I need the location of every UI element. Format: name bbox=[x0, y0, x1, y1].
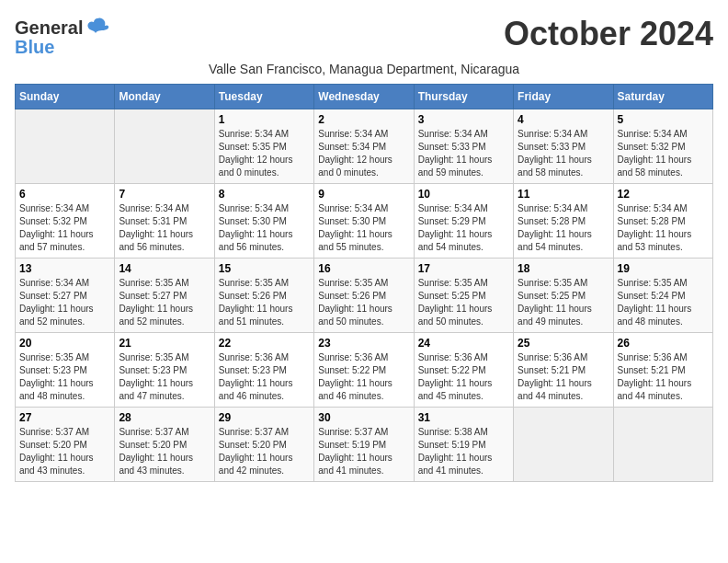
day-number: 26 bbox=[618, 337, 709, 350]
calendar-cell: 20Sunrise: 5:35 AM Sunset: 5:23 PM Dayli… bbox=[16, 333, 115, 408]
day-number: 30 bbox=[318, 411, 409, 424]
day-info: Sunrise: 5:34 AM Sunset: 5:33 PM Dayligh… bbox=[518, 128, 609, 179]
day-info: Sunrise: 5:36 AM Sunset: 5:22 PM Dayligh… bbox=[318, 351, 409, 403]
logo: General Blue bbox=[15, 15, 110, 58]
calendar-cell: 17Sunrise: 5:35 AM Sunset: 5:25 PM Dayli… bbox=[414, 259, 513, 333]
weekday-monday: Monday bbox=[115, 85, 214, 109]
day-number: 23 bbox=[318, 337, 409, 350]
calendar-cell: 12Sunrise: 5:34 AM Sunset: 5:28 PM Dayli… bbox=[613, 184, 712, 259]
day-info: Sunrise: 5:35 AM Sunset: 5:27 PM Dayligh… bbox=[119, 277, 210, 328]
day-info: Sunrise: 5:35 AM Sunset: 5:25 PM Dayligh… bbox=[518, 277, 609, 328]
day-info: Sunrise: 5:35 AM Sunset: 5:23 PM Dayligh… bbox=[119, 351, 210, 403]
day-info: Sunrise: 5:34 AM Sunset: 5:27 PM Dayligh… bbox=[19, 277, 110, 328]
day-number: 31 bbox=[418, 411, 509, 424]
weekday-sunday: Sunday bbox=[16, 85, 115, 109]
day-info: Sunrise: 5:35 AM Sunset: 5:26 PM Dayligh… bbox=[318, 277, 409, 328]
calendar-cell: 10Sunrise: 5:34 AM Sunset: 5:29 PM Dayli… bbox=[414, 184, 513, 259]
day-info: Sunrise: 5:35 AM Sunset: 5:25 PM Dayligh… bbox=[418, 277, 509, 328]
calendar-cell: 16Sunrise: 5:35 AM Sunset: 5:26 PM Dayli… bbox=[314, 259, 414, 333]
calendar-cell: 1Sunrise: 5:34 AM Sunset: 5:35 PM Daylig… bbox=[214, 109, 313, 184]
day-info: Sunrise: 5:36 AM Sunset: 5:21 PM Dayligh… bbox=[618, 351, 709, 403]
day-number: 21 bbox=[119, 337, 210, 350]
day-info: Sunrise: 5:34 AM Sunset: 5:32 PM Dayligh… bbox=[19, 202, 110, 254]
day-number: 22 bbox=[219, 337, 310, 350]
day-number: 14 bbox=[119, 262, 210, 275]
calendar-week-4: 20Sunrise: 5:35 AM Sunset: 5:23 PM Dayli… bbox=[16, 333, 713, 408]
month-title: October 2024 bbox=[504, 15, 713, 53]
day-info: Sunrise: 5:37 AM Sunset: 5:20 PM Dayligh… bbox=[19, 426, 110, 477]
calendar-subtitle: Valle San Francisco, Managua Department,… bbox=[15, 62, 713, 76]
day-number: 6 bbox=[19, 188, 110, 201]
calendar-cell: 26Sunrise: 5:36 AM Sunset: 5:21 PM Dayli… bbox=[613, 333, 712, 408]
weekday-thursday: Thursday bbox=[414, 85, 513, 109]
calendar-week-1: 1Sunrise: 5:34 AM Sunset: 5:35 PM Daylig… bbox=[16, 109, 713, 184]
calendar-cell: 19Sunrise: 5:35 AM Sunset: 5:24 PM Dayli… bbox=[613, 259, 712, 333]
calendar-cell: 13Sunrise: 5:34 AM Sunset: 5:27 PM Dayli… bbox=[16, 259, 115, 333]
calendar-week-5: 27Sunrise: 5:37 AM Sunset: 5:20 PM Dayli… bbox=[16, 408, 713, 482]
calendar-cell: 18Sunrise: 5:35 AM Sunset: 5:25 PM Dayli… bbox=[514, 259, 613, 333]
calendar-cell: 25Sunrise: 5:36 AM Sunset: 5:21 PM Dayli… bbox=[514, 333, 613, 408]
calendar-cell: 27Sunrise: 5:37 AM Sunset: 5:20 PM Dayli… bbox=[16, 408, 115, 482]
calendar-cell: 30Sunrise: 5:37 AM Sunset: 5:19 PM Dayli… bbox=[314, 408, 414, 482]
logo-bird-icon bbox=[85, 15, 110, 40]
calendar-cell: 3Sunrise: 5:34 AM Sunset: 5:33 PM Daylig… bbox=[414, 109, 513, 184]
calendar-cell: 11Sunrise: 5:34 AM Sunset: 5:28 PM Dayli… bbox=[514, 184, 613, 259]
day-number: 24 bbox=[418, 337, 509, 350]
day-number: 13 bbox=[19, 262, 110, 275]
day-info: Sunrise: 5:34 AM Sunset: 5:32 PM Dayligh… bbox=[618, 128, 709, 179]
day-number: 3 bbox=[418, 113, 509, 126]
day-number: 28 bbox=[119, 411, 210, 424]
day-number: 15 bbox=[219, 262, 310, 275]
calendar-cell: 31Sunrise: 5:38 AM Sunset: 5:19 PM Dayli… bbox=[414, 408, 513, 482]
day-info: Sunrise: 5:37 AM Sunset: 5:20 PM Dayligh… bbox=[119, 426, 210, 477]
day-number: 25 bbox=[518, 337, 609, 350]
day-info: Sunrise: 5:36 AM Sunset: 5:21 PM Dayligh… bbox=[518, 351, 609, 403]
calendar-week-3: 13Sunrise: 5:34 AM Sunset: 5:27 PM Dayli… bbox=[16, 259, 713, 333]
day-info: Sunrise: 5:37 AM Sunset: 5:19 PM Dayligh… bbox=[318, 426, 409, 477]
day-info: Sunrise: 5:34 AM Sunset: 5:29 PM Dayligh… bbox=[418, 202, 509, 254]
day-info: Sunrise: 5:35 AM Sunset: 5:23 PM Dayligh… bbox=[19, 351, 110, 403]
day-number: 11 bbox=[518, 188, 609, 201]
calendar-cell bbox=[16, 109, 115, 184]
day-info: Sunrise: 5:36 AM Sunset: 5:22 PM Dayligh… bbox=[418, 351, 509, 403]
day-info: Sunrise: 5:34 AM Sunset: 5:35 PM Dayligh… bbox=[219, 128, 310, 179]
calendar-cell: 4Sunrise: 5:34 AM Sunset: 5:33 PM Daylig… bbox=[514, 109, 613, 184]
calendar-cell: 2Sunrise: 5:34 AM Sunset: 5:34 PM Daylig… bbox=[314, 109, 414, 184]
day-info: Sunrise: 5:35 AM Sunset: 5:26 PM Dayligh… bbox=[219, 277, 310, 328]
day-number: 2 bbox=[318, 113, 409, 126]
day-number: 16 bbox=[318, 262, 409, 275]
weekday-friday: Friday bbox=[514, 85, 613, 109]
calendar-body: 1Sunrise: 5:34 AM Sunset: 5:35 PM Daylig… bbox=[16, 109, 713, 482]
day-number: 19 bbox=[618, 262, 709, 275]
calendar-cell: 21Sunrise: 5:35 AM Sunset: 5:23 PM Dayli… bbox=[115, 333, 214, 408]
day-info: Sunrise: 5:37 AM Sunset: 5:20 PM Dayligh… bbox=[219, 426, 310, 477]
weekday-header-row: SundayMondayTuesdayWednesdayThursdayFrid… bbox=[16, 85, 713, 109]
calendar-table: SundayMondayTuesdayWednesdayThursdayFrid… bbox=[15, 84, 713, 482]
weekday-saturday: Saturday bbox=[613, 85, 712, 109]
day-info: Sunrise: 5:34 AM Sunset: 5:34 PM Dayligh… bbox=[318, 128, 409, 179]
day-number: 7 bbox=[119, 188, 210, 201]
calendar-cell: 22Sunrise: 5:36 AM Sunset: 5:23 PM Dayli… bbox=[214, 333, 313, 408]
day-number: 8 bbox=[219, 188, 310, 201]
day-number: 17 bbox=[418, 262, 509, 275]
day-info: Sunrise: 5:34 AM Sunset: 5:33 PM Dayligh… bbox=[418, 128, 509, 179]
day-info: Sunrise: 5:34 AM Sunset: 5:28 PM Dayligh… bbox=[518, 202, 609, 254]
calendar-cell: 5Sunrise: 5:34 AM Sunset: 5:32 PM Daylig… bbox=[613, 109, 712, 184]
day-number: 27 bbox=[19, 411, 110, 424]
calendar-cell: 6Sunrise: 5:34 AM Sunset: 5:32 PM Daylig… bbox=[16, 184, 115, 259]
calendar-cell: 9Sunrise: 5:34 AM Sunset: 5:30 PM Daylig… bbox=[314, 184, 414, 259]
calendar-cell: 28Sunrise: 5:37 AM Sunset: 5:20 PM Dayli… bbox=[115, 408, 214, 482]
calendar-cell: 8Sunrise: 5:34 AM Sunset: 5:30 PM Daylig… bbox=[214, 184, 313, 259]
day-info: Sunrise: 5:36 AM Sunset: 5:23 PM Dayligh… bbox=[219, 351, 310, 403]
day-number: 10 bbox=[418, 188, 509, 201]
weekday-tuesday: Tuesday bbox=[214, 85, 313, 109]
day-number: 4 bbox=[518, 113, 609, 126]
calendar-cell: 24Sunrise: 5:36 AM Sunset: 5:22 PM Dayli… bbox=[414, 333, 513, 408]
calendar-week-2: 6Sunrise: 5:34 AM Sunset: 5:32 PM Daylig… bbox=[16, 184, 713, 259]
day-info: Sunrise: 5:35 AM Sunset: 5:24 PM Dayligh… bbox=[618, 277, 709, 328]
calendar-cell: 15Sunrise: 5:35 AM Sunset: 5:26 PM Dayli… bbox=[214, 259, 313, 333]
day-info: Sunrise: 5:34 AM Sunset: 5:31 PM Dayligh… bbox=[119, 202, 210, 254]
day-info: Sunrise: 5:34 AM Sunset: 5:30 PM Dayligh… bbox=[219, 202, 310, 254]
day-info: Sunrise: 5:34 AM Sunset: 5:30 PM Dayligh… bbox=[318, 202, 409, 254]
calendar-cell bbox=[514, 408, 613, 482]
